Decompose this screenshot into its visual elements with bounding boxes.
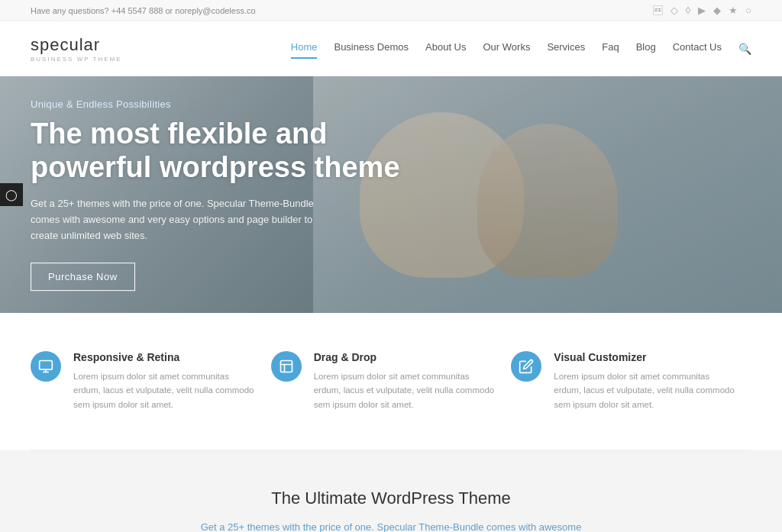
dragdrop-icon-wrap xyxy=(271,351,302,382)
feature-dragdrop-text: Drag & Drop Lorem ipsum dolor sit amet c… xyxy=(314,351,496,411)
bottom-section: The Ultimate WordPress Theme Get a 25+ t… xyxy=(0,450,782,532)
contact-info: Have any questions? +44 5547 888 or nore… xyxy=(31,6,256,15)
hero-section: ◯ Unique & Endless Possibilities The mos… xyxy=(0,76,782,313)
header: specular BUSINESS WP THEME Home Business… xyxy=(0,21,782,76)
customizer-icon-wrap xyxy=(511,351,541,382)
globe-icon[interactable]: ○ xyxy=(745,5,751,16)
layout-icon xyxy=(279,359,294,374)
nav-contact[interactable]: Contact Us xyxy=(673,41,722,56)
feature-customizer: Visual Customizer Lorem ipsum dolor sit … xyxy=(511,351,751,411)
settings-icon[interactable]: ★ xyxy=(729,5,738,16)
svg-rect-3 xyxy=(280,361,292,372)
facebook-icon[interactable]:  xyxy=(653,5,663,16)
feature-responsive: Responsive & Retina Lorem ipsum dolor si… xyxy=(31,351,271,411)
nav-blog[interactable]: Blog xyxy=(636,41,656,56)
feature-customizer-desc: Lorem ipsum dolor sit amet communitas er… xyxy=(554,369,736,411)
twitter-icon[interactable]: ◊ xyxy=(686,5,690,16)
bottom-description: Get a 25+ themes with the price of one. … xyxy=(200,519,582,532)
nav-home[interactable]: Home xyxy=(291,41,318,56)
feature-dragdrop: Drag & Drop Lorem ipsum dolor sit amet c… xyxy=(271,351,512,411)
youtube-icon[interactable]: ▶ xyxy=(698,5,706,16)
purchase-now-button[interactable]: Purchase Now xyxy=(31,263,135,291)
hero-title: The most flexible and powerful wordpress… xyxy=(31,118,428,184)
search-icon[interactable]: 🔍 xyxy=(738,43,751,55)
main-nav: Home Business Demos About Us Our Works S… xyxy=(291,41,751,56)
social-icons:  ◇ ◊ ▶ ◆ ★ ○ xyxy=(653,5,751,16)
facebook-icon[interactable]: ◇ xyxy=(671,5,678,16)
responsive-icon-wrap xyxy=(31,351,61,382)
monitor-icon xyxy=(38,359,53,374)
nav-business-demos[interactable]: Business Demos xyxy=(334,41,409,56)
feature-dragdrop-title: Drag & Drop xyxy=(314,351,496,363)
svg-rect-0 xyxy=(40,361,53,370)
hero-description: Get a 25+ themes with the price of one. … xyxy=(31,196,336,243)
hero-content: Unique & Endless Possibilities The most … xyxy=(31,98,428,291)
pencil-icon xyxy=(519,359,534,374)
features-section: Responsive & Retina Lorem ipsum dolor si… xyxy=(0,313,782,450)
hero-tagline: Unique & Endless Possibilities xyxy=(31,98,428,110)
side-badge: ◯ xyxy=(0,183,23,206)
feature-responsive-title: Responsive & Retina xyxy=(73,351,256,363)
bulb-icon: ◯ xyxy=(5,189,18,201)
nav-faq[interactable]: Faq xyxy=(602,41,619,56)
feature-responsive-desc: Lorem ipsum dolor sit amet communitas er… xyxy=(73,369,256,411)
feature-customizer-title: Visual Customizer xyxy=(554,351,736,363)
feature-customizer-text: Visual Customizer Lorem ipsum dolor sit … xyxy=(554,351,736,411)
feature-dragdrop-desc: Lorem ipsum dolor sit amet communitas er… xyxy=(314,369,496,411)
nav-about-us[interactable]: About Us xyxy=(425,41,466,56)
bottom-title: The Ultimate WordPress Theme xyxy=(31,488,751,508)
top-bar: Have any questions? +44 5547 888 or nore… xyxy=(0,0,782,21)
nav-services[interactable]: Services xyxy=(547,41,585,56)
googleplus-icon[interactable]: ◆ xyxy=(713,5,721,16)
feature-responsive-text: Responsive & Retina Lorem ipsum dolor si… xyxy=(73,351,256,411)
logo-tagline: BUSINESS WP THEME xyxy=(31,56,122,63)
nav-our-works[interactable]: Our Works xyxy=(483,41,531,56)
logo: specular BUSINESS WP THEME xyxy=(31,35,122,63)
logo-name: specular xyxy=(31,35,122,55)
